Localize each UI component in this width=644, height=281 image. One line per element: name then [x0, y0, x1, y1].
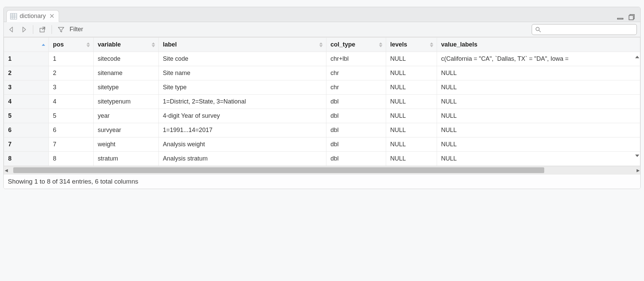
column-header-pos[interactable]: pos	[49, 38, 94, 52]
scroll-left-icon[interactable]: ◀	[4, 168, 8, 173]
cell-label: Site type	[159, 80, 326, 95]
cell-valuelabels: NULL	[437, 123, 640, 137]
cell-pos: 4	[49, 95, 94, 109]
header-label: levels	[390, 41, 407, 48]
cell-levels: NULL	[386, 123, 437, 137]
maximize-pane-icon[interactable]	[627, 13, 636, 22]
separator	[33, 25, 33, 34]
sort-icon	[152, 42, 155, 47]
cell-coltype: chr	[326, 80, 386, 95]
filter-label[interactable]: Filter	[70, 26, 83, 33]
table-row[interactable]: 7 7 weight Analysis weight dbl NULL NULL	[4, 137, 640, 152]
status-text: Showing 1 to 8 of 314 entries, 6 total c…	[8, 178, 138, 185]
cell-pos: 5	[49, 109, 94, 123]
cell-pos: 3	[49, 80, 94, 95]
cell-coltype: dbl	[326, 123, 386, 137]
search-box[interactable]	[532, 24, 637, 35]
column-header-coltype[interactable]: col_type	[326, 38, 386, 52]
cell-pos: 1	[49, 52, 94, 66]
sort-icon	[430, 42, 433, 47]
row-number: 5	[4, 109, 49, 123]
cell-valuelabels: NULL	[437, 109, 640, 123]
popout-icon[interactable]	[38, 25, 47, 34]
column-header-valuelabels[interactable]: value_labels	[437, 38, 640, 52]
cell-variable: sitecode	[94, 52, 159, 66]
cell-pos: 2	[49, 66, 94, 80]
cell-coltype: chr+lbl	[326, 52, 386, 66]
cell-label: Site code	[159, 52, 326, 66]
cell-label: 1=1991...14=2017	[159, 123, 326, 137]
row-number: 7	[4, 137, 49, 152]
cell-label: 4-digit Year of survey	[159, 109, 326, 123]
filter-icon[interactable]	[57, 25, 65, 34]
header-label: label	[163, 41, 177, 48]
header-label: value_labels	[441, 41, 477, 48]
pane-controls	[616, 13, 640, 22]
horizontal-scrollbar[interactable]: ◀ ▶	[4, 166, 640, 174]
cell-coltype: chr	[326, 66, 386, 80]
scroll-right-icon[interactable]: ▶	[636, 168, 640, 173]
cell-levels: NULL	[386, 152, 437, 166]
cell-coltype: dbl	[326, 152, 386, 166]
cell-levels: NULL	[386, 95, 437, 109]
table-row[interactable]: 2 2 sitename Site name chr NULL NULL	[4, 66, 640, 80]
search-icon	[535, 26, 542, 33]
cell-coltype: dbl	[326, 109, 386, 123]
table-row[interactable]: 6 6 survyear 1=1991...14=2017 dbl NULL N…	[4, 123, 640, 137]
cell-variable: sitetypenum	[94, 95, 159, 109]
cell-variable: survyear	[94, 123, 159, 137]
data-viewer-panel: dictionary Filter	[3, 7, 641, 189]
cell-valuelabels: NULL	[437, 80, 640, 95]
close-tab-icon[interactable]	[50, 13, 54, 19]
dataframe-icon	[10, 13, 17, 19]
svg-rect-11	[40, 28, 44, 32]
minimize-pane-icon[interactable]	[616, 13, 625, 22]
cell-variable: year	[94, 109, 159, 123]
cell-levels: NULL	[386, 80, 437, 95]
header-label: pos	[53, 41, 64, 48]
tab-dictionary[interactable]: dictionary	[6, 10, 59, 22]
cell-valuelabels: NULL	[437, 95, 640, 109]
column-header-variable[interactable]: variable	[94, 38, 159, 52]
search-input[interactable]	[542, 26, 634, 33]
back-icon[interactable]	[7, 25, 16, 34]
cell-valuelabels: NULL	[437, 66, 640, 80]
header-label: col_type	[330, 41, 355, 48]
row-number: 6	[4, 123, 49, 137]
header-label: variable	[98, 41, 121, 48]
cell-variable: stratum	[94, 152, 159, 166]
table-row[interactable]: 5 5 year 4-digit Year of survey dbl NULL…	[4, 109, 640, 123]
cell-label: 1=District, 2=State, 3=National	[159, 95, 326, 109]
row-number: 8	[4, 152, 49, 166]
table-row[interactable]: 1 1 sitecode Site code chr+lbl NULL c(Ca…	[4, 52, 640, 66]
cell-valuelabels: NULL	[437, 137, 640, 152]
column-header-label[interactable]: label	[159, 38, 326, 52]
cell-valuelabels: c(California = "CA", `Dallas, TX` = "DA"…	[437, 52, 640, 66]
cell-pos: 7	[49, 137, 94, 152]
row-number: 1	[4, 52, 49, 66]
table-row[interactable]: 4 4 sitetypenum 1=District, 2=State, 3=N…	[4, 95, 640, 109]
cell-variable: sitename	[94, 66, 159, 80]
data-table: pos variable label	[4, 37, 640, 166]
row-number: 2	[4, 66, 49, 80]
cell-coltype: dbl	[326, 137, 386, 152]
cell-label: Analysis stratum	[159, 152, 326, 166]
header-row: pos variable label	[4, 38, 640, 52]
sort-icon	[87, 42, 90, 47]
table-row[interactable]: 3 3 sitetype Site type chr NULL NULL	[4, 80, 640, 95]
cell-levels: NULL	[386, 52, 437, 66]
scrollbar-track[interactable]	[13, 166, 631, 174]
cell-levels: NULL	[386, 66, 437, 80]
cell-levels: NULL	[386, 109, 437, 123]
tab-label: dictionary	[20, 13, 46, 20]
column-header-rownum[interactable]	[4, 38, 49, 52]
cell-pos: 8	[49, 152, 94, 166]
scrollbar-thumb[interactable]	[13, 167, 544, 173]
tabstrip: dictionary	[4, 7, 640, 22]
separator	[52, 25, 52, 34]
column-header-levels[interactable]: levels	[386, 38, 437, 52]
table-row[interactable]: 8 8 stratum Analysis stratum dbl NULL NU…	[4, 152, 640, 166]
cell-levels: NULL	[386, 137, 437, 152]
forward-icon[interactable]	[19, 25, 28, 34]
cell-valuelabels: NULL	[437, 152, 640, 166]
